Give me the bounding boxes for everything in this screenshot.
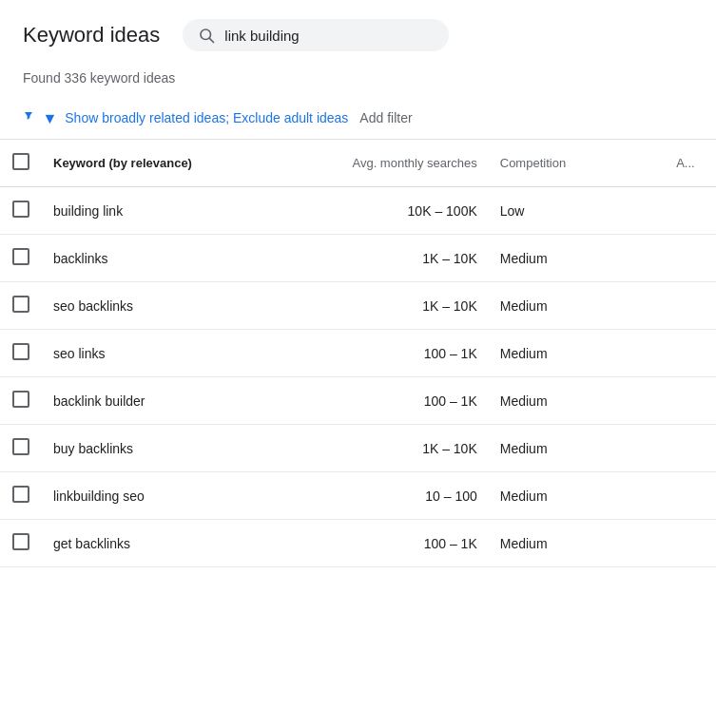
- row-checkbox-cell[interactable]: [0, 520, 42, 567]
- header-searches[interactable]: Avg. monthly searches: [254, 140, 489, 187]
- row-checkbox-0[interactable]: [12, 201, 29, 218]
- keywords-table: Keyword (by relevance) Avg. monthly sear…: [0, 140, 716, 567]
- found-text: Found 336 keyword ideas: [0, 67, 716, 101]
- row-checkbox-3[interactable]: [12, 343, 29, 360]
- row-extra-5: [665, 425, 716, 472]
- row-keyword-3: seo links: [42, 330, 254, 377]
- page-title: Keyword ideas: [23, 23, 160, 48]
- row-competition-4: Medium: [489, 377, 665, 425]
- row-checkbox-cell[interactable]: [0, 282, 42, 330]
- table-row: linkbuilding seo 10 – 100 Medium: [0, 472, 716, 520]
- row-searches-6: 10 – 100: [254, 472, 489, 520]
- row-keyword-5: buy backlinks: [42, 425, 254, 472]
- row-checkbox-cell[interactable]: [0, 330, 42, 377]
- row-extra-0: [665, 187, 716, 235]
- header-checkbox[interactable]: [12, 153, 29, 170]
- table-row: get backlinks 100 – 1K Medium: [0, 520, 716, 567]
- row-competition-2: Medium: [489, 282, 665, 330]
- row-keyword-7: get backlinks: [42, 520, 254, 567]
- row-checkbox-cell[interactable]: [0, 187, 42, 235]
- row-checkbox-6[interactable]: [12, 486, 29, 503]
- row-keyword-6: linkbuilding seo: [42, 472, 254, 520]
- filter-bar: ▼ Show broadly related ideas; Exclude ad…: [0, 101, 716, 140]
- row-checkbox-2[interactable]: [12, 296, 29, 313]
- row-checkbox-cell[interactable]: [0, 425, 42, 472]
- row-keyword-2: seo backlinks: [42, 282, 254, 330]
- search-icon: [198, 27, 215, 44]
- row-extra-1: [665, 235, 716, 282]
- table-row: seo links 100 – 1K Medium: [0, 330, 716, 377]
- row-checkbox-1[interactable]: [12, 248, 29, 265]
- row-extra-6: [665, 472, 716, 520]
- add-filter-label[interactable]: Add filter: [359, 110, 412, 125]
- row-searches-2: 1K – 10K: [254, 282, 489, 330]
- row-keyword-0: building link: [42, 187, 254, 235]
- row-checkbox-cell[interactable]: [0, 472, 42, 520]
- row-competition-1: Medium: [489, 235, 665, 282]
- table-header-row: Keyword (by relevance) Avg. monthly sear…: [0, 140, 716, 187]
- row-competition-6: Medium: [489, 472, 665, 520]
- filter-links[interactable]: Show broadly related ideas; Exclude adul…: [65, 110, 348, 125]
- row-searches-3: 100 – 1K: [254, 330, 489, 377]
- row-checkbox-5[interactable]: [12, 438, 29, 455]
- row-competition-5: Medium: [489, 425, 665, 472]
- row-competition-7: Medium: [489, 520, 665, 567]
- row-keyword-1: backlinks: [42, 235, 254, 282]
- row-checkbox-cell[interactable]: [0, 377, 42, 425]
- row-keyword-4: backlink builder: [42, 377, 254, 425]
- table-row: backlink builder 100 – 1K Medium: [0, 377, 716, 425]
- row-checkbox-cell[interactable]: [0, 235, 42, 282]
- header-checkbox-cell[interactable]: [0, 140, 42, 187]
- row-competition-3: Medium: [489, 330, 665, 377]
- table-container: Keyword (by relevance) Avg. monthly sear…: [0, 140, 716, 567]
- row-searches-5: 1K – 10K: [254, 425, 489, 472]
- svg-line-1: [210, 38, 214, 42]
- row-extra-3: [665, 330, 716, 377]
- row-searches-7: 100 – 1K: [254, 520, 489, 567]
- row-competition-0: Low: [489, 187, 665, 235]
- table-row: seo backlinks 1K – 10K Medium: [0, 282, 716, 330]
- row-checkbox-4[interactable]: [12, 391, 29, 408]
- header: Keyword ideas: [0, 0, 716, 67]
- filter-icon: ▼: [23, 108, 57, 127]
- row-searches-1: 1K – 10K: [254, 235, 489, 282]
- row-extra-4: [665, 377, 716, 425]
- header-keyword[interactable]: Keyword (by relevance): [42, 140, 254, 187]
- row-searches-4: 100 – 1K: [254, 377, 489, 425]
- table-row: backlinks 1K – 10K Medium: [0, 235, 716, 282]
- search-input[interactable]: [224, 28, 415, 44]
- row-checkbox-7[interactable]: [12, 533, 29, 550]
- table-row: buy backlinks 1K – 10K Medium: [0, 425, 716, 472]
- header-competition[interactable]: Competition: [489, 140, 665, 187]
- search-bar[interactable]: [183, 19, 449, 51]
- row-extra-2: [665, 282, 716, 330]
- row-searches-0: 10K – 100K: [254, 187, 489, 235]
- table-row: building link 10K – 100K Low: [0, 187, 716, 235]
- header-extra: A...: [665, 140, 716, 187]
- row-extra-7: [665, 520, 716, 567]
